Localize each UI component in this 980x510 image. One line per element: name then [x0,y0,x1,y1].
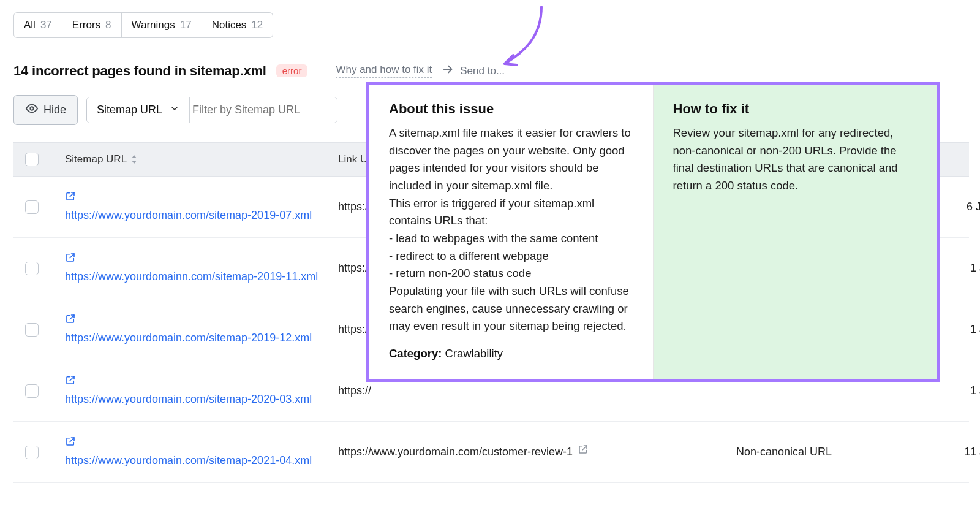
tab-label: Warnings [132,19,175,31]
eye-icon [25,102,39,118]
sitemap-url-dropdown[interactable]: Sitemap URL [87,97,190,123]
row-checkbox[interactable] [25,200,39,214]
issue-title: 14 incorrect pages found in sitemap.xml [13,63,266,79]
col-sitemap-url[interactable]: Sitemap URL [50,153,332,166]
dropdown-label: Sitemap URL [97,104,162,116]
chevron-down-icon [170,104,179,116]
external-link-icon[interactable] [578,444,589,458]
select-all-cell [13,153,50,166]
sitemap-link[interactable]: https://www.yourdomain.com/sitemap-2019-… [65,207,312,223]
tab-count: 37 [40,19,52,31]
error-badge: error [276,64,308,77]
how-to-fix-column: How to fix it Review your sitemap.xml fo… [654,85,937,379]
external-link-icon[interactable] [65,436,76,450]
date-text: 6 Jun [967,200,980,213]
reason-text: Non-canonical URL [736,446,832,458]
tab-count: 8 [105,19,111,31]
external-link-icon[interactable] [65,375,76,389]
issue-heading-row: 14 incorrect pages found in sitemap.xml … [13,63,969,79]
svg-point-0 [30,107,34,110]
share-arrow-icon [442,63,455,79]
tab-warnings[interactable]: Warnings 17 [122,12,202,38]
external-link-icon[interactable] [65,252,76,266]
date-text: 1 Jul [970,384,980,397]
external-link-icon[interactable] [65,191,76,205]
hide-label: Hide [43,104,66,116]
row-checkbox[interactable] [25,384,39,398]
tab-notices[interactable]: Notices 12 [202,12,274,38]
send-to-label: Send to... [460,65,505,77]
date-text: 1 Jul [970,262,980,274]
sort-icon [130,154,138,164]
date-text: 1 Jul [970,323,980,335]
filter-select-wrap: Sitemap URL [86,97,337,123]
issue-help-panel: About this issue A sitemap.xml file make… [366,82,940,382]
select-all-checkbox[interactable] [25,153,39,166]
tab-label: Notices [212,19,247,31]
filter-input[interactable] [190,97,337,123]
tab-errors[interactable]: Errors 8 [62,12,122,38]
tab-count: 12 [251,19,263,31]
hide-button[interactable]: Hide [13,95,78,125]
row-checkbox[interactable] [25,323,39,337]
row-checkbox[interactable] [25,446,39,459]
about-issue-title: About this issue [389,99,633,120]
issue-category: Category: Crawlability [389,345,633,363]
date-text: 11 Jul [964,446,980,458]
tab-label: Errors [72,19,100,31]
row-checkbox[interactable] [25,262,39,275]
filter-tabs: All 37 Errors 8 Warnings 17 Notices 12 [13,12,969,38]
tab-count: 17 [180,19,192,31]
how-to-fix-body: Review your sitemap.xml for any redirect… [673,124,918,195]
send-to-button[interactable]: Send to... [442,63,505,79]
page-url-text: https:// [338,384,371,397]
why-how-to-fix-link[interactable]: Why and how to fix it [336,64,432,78]
about-issue-body: A sitemap.xml file makes it easier for c… [389,124,633,335]
how-to-fix-title: How to fix it [673,99,918,120]
sitemap-link[interactable]: https://www.yourdomainn.com/sitemap-2019… [65,268,318,284]
sitemap-link[interactable]: https://www.yourdomain.com/sitemap-2020-… [65,391,312,407]
sitemap-link[interactable]: https://www.yourdomain.com/sitemap-2021-… [65,452,312,468]
tab-label: All [24,19,36,31]
table-row: https://www.yourdomain.com/sitemap-2021-… [13,422,969,483]
tab-all[interactable]: All 37 [13,12,62,38]
sitemap-link[interactable]: https://www.yourdomain.com/sitemap-2019-… [65,330,312,346]
external-link-icon[interactable] [65,313,76,327]
about-issue-column: About this issue A sitemap.xml file make… [369,85,654,379]
page-url-text[interactable]: https://www.yourdomain.com/customer-revi… [338,446,573,459]
